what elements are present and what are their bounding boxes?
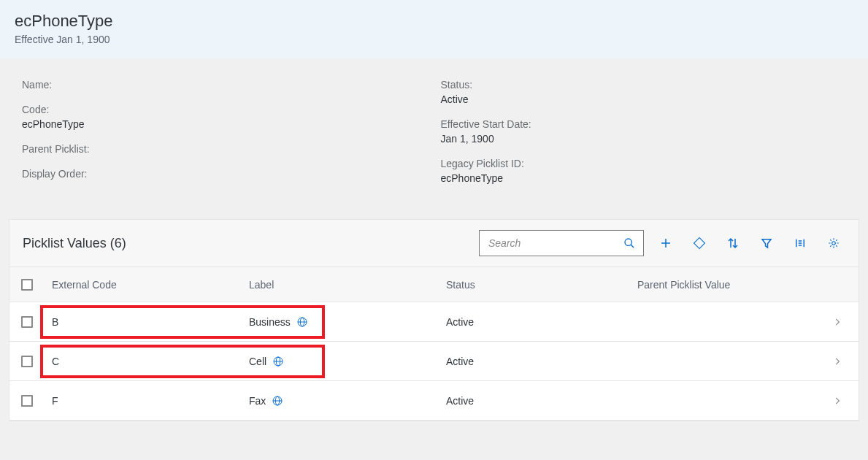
cell-label: Fax xyxy=(249,395,446,407)
globe-icon[interactable] xyxy=(272,356,284,367)
search-input[interactable] xyxy=(488,237,621,249)
cell-external-code: C xyxy=(52,356,249,367)
col-header-label[interactable]: Label xyxy=(249,279,446,291)
chevron-right-icon[interactable] xyxy=(826,317,848,327)
section-toolbar xyxy=(651,231,848,256)
cell-label: Business xyxy=(249,316,446,328)
section-count: (6) xyxy=(110,236,126,250)
row-checkbox[interactable] xyxy=(21,395,33,407)
field-label-code: Code: xyxy=(22,104,441,115)
field-value-status: Active xyxy=(441,93,860,105)
cell-status: Active xyxy=(446,395,637,407)
add-button[interactable] xyxy=(651,231,680,256)
cell-external-code: F xyxy=(52,395,249,407)
col-header-parent[interactable]: Parent Picklist Value xyxy=(637,279,826,291)
search-field[interactable] xyxy=(479,230,644,256)
col-header-external-code[interactable]: External Code xyxy=(52,279,249,291)
cell-label: Cell xyxy=(249,356,446,367)
table-row[interactable]: B Business Active xyxy=(9,302,859,342)
details-col-left: Name: Code: ecPhoneType Parent Picklist:… xyxy=(22,79,441,197)
field-label-eff-start: Effective Start Date: xyxy=(441,118,860,130)
picklist-values-panel: Picklist Values (6) xyxy=(9,219,859,421)
table-row[interactable]: F Fax Active xyxy=(9,381,859,421)
svg-point-0 xyxy=(625,239,631,245)
select-all-checkbox[interactable] xyxy=(21,279,33,291)
section-header: Picklist Values (6) xyxy=(9,220,859,267)
svg-line-1 xyxy=(631,245,634,248)
field-label-legacy-id: Legacy Picklist ID: xyxy=(441,158,860,169)
globe-icon[interactable] xyxy=(296,316,308,328)
globe-icon[interactable] xyxy=(272,395,283,407)
section-title-text: Picklist Values xyxy=(23,236,107,250)
field-label-display-order: Display Order: xyxy=(22,168,441,180)
cell-label-text: Business xyxy=(249,316,291,328)
cell-label-text: Cell xyxy=(249,356,266,367)
cell-status: Active xyxy=(446,356,637,367)
row-checkbox[interactable] xyxy=(21,356,33,367)
row-checkbox[interactable] xyxy=(21,316,33,328)
svg-point-8 xyxy=(832,242,836,245)
chevron-right-icon[interactable] xyxy=(826,356,848,367)
field-value-legacy-id: ecPhoneType xyxy=(441,172,860,184)
cell-status: Active xyxy=(446,316,637,328)
page-title: ecPhoneType xyxy=(15,12,853,31)
field-label-name: Name: xyxy=(22,79,441,91)
section-title: Picklist Values (6) xyxy=(23,236,126,251)
sort-button[interactable] xyxy=(718,231,748,256)
details-col-right: Status: Active Effective Start Date: Jan… xyxy=(441,79,860,197)
page-header: ecPhoneType Effective Jan 1, 1900 xyxy=(0,0,868,58)
page-subtitle: Effective Jan 1, 1900 xyxy=(15,34,853,45)
table-header-row: External Code Label Status Parent Pickli… xyxy=(9,267,859,302)
col-header-status[interactable]: Status xyxy=(446,279,637,291)
expand-button[interactable] xyxy=(685,231,714,256)
field-label-status: Status: xyxy=(441,79,860,91)
cell-external-code: B xyxy=(52,316,249,328)
picklist-table: External Code Label Status Parent Pickli… xyxy=(9,267,859,421)
search-icon[interactable] xyxy=(621,235,637,251)
cell-label-text: Fax xyxy=(249,395,266,407)
field-value-code: ecPhoneType xyxy=(22,118,441,130)
details-button[interactable] xyxy=(786,231,815,256)
svg-rect-4 xyxy=(694,238,705,249)
settings-button[interactable] xyxy=(819,231,848,256)
field-label-parent-picklist: Parent Picklist: xyxy=(22,143,441,155)
details-panel: Name: Code: ecPhoneType Parent Picklist:… xyxy=(0,58,868,219)
chevron-right-icon[interactable] xyxy=(826,396,848,406)
field-value-eff-start: Jan 1, 1900 xyxy=(441,133,860,145)
filter-button[interactable] xyxy=(752,231,781,256)
table-row[interactable]: C Cell Active xyxy=(9,342,859,381)
